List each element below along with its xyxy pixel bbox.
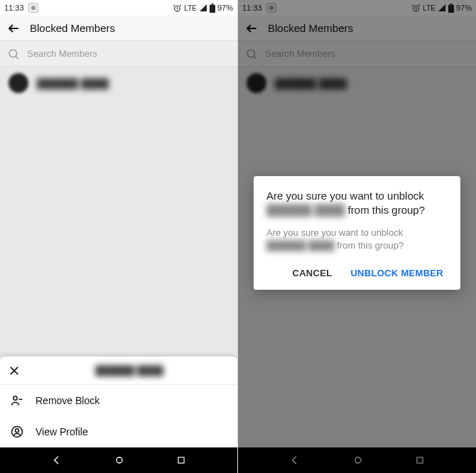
nav-home-icon[interactable] [114, 455, 125, 466]
profile-icon [10, 425, 24, 439]
search-input[interactable]: Search Members [27, 48, 97, 59]
search-row[interactable]: Search Members [0, 41, 237, 67]
dialog-title: Are you sure you want to unblock ██████ … [266, 189, 448, 218]
close-icon[interactable] [9, 365, 20, 376]
status-battery: 97% [217, 4, 233, 12]
view-profile-label: View Profile [36, 426, 88, 437]
back-icon[interactable] [7, 22, 20, 35]
screen-unblock-dialog: 11:33 LTE 97% Blocked Members [238, 0, 476, 473]
unblock-icon [10, 393, 24, 408]
svg-rect-2 [211, 4, 213, 5]
avatar [9, 73, 28, 93]
battery-icon [210, 4, 215, 13]
svg-point-11 [16, 429, 19, 433]
status-bar: 11:33 LTE 97% [0, 0, 237, 16]
status-network: LTE [184, 4, 197, 12]
dialog-body: Are you sure you want to unblock ██████ … [266, 227, 448, 252]
dialog-title-post: from this group? [345, 204, 425, 216]
unblock-dialog: Are you sure you want to unblock ██████ … [254, 176, 460, 290]
view-profile-button[interactable]: View Profile [0, 416, 237, 447]
sheet-title-redacted: ██████ ████ [95, 365, 163, 376]
dialog-body-post: from this group? [335, 240, 404, 251]
cancel-button[interactable]: CANCEL [289, 263, 335, 283]
nav-back-icon[interactable] [51, 455, 63, 466]
dialog-body-name-redacted: ██████ ████ [266, 239, 335, 252]
sheet-header: ██████ ████ [0, 357, 237, 385]
app-header: Blocked Members [0, 16, 237, 41]
search-icon [7, 48, 20, 60]
dialog-body-pre: Are you sure you want to unblock [266, 227, 403, 238]
svg-rect-13 [178, 457, 184, 463]
dialog-title-pre: Are you sure you want to unblock [266, 190, 424, 202]
notification-icon [28, 3, 38, 13]
svg-point-4 [9, 50, 17, 58]
remove-block-button[interactable]: Remove Block [0, 385, 237, 416]
svg-line-5 [16, 56, 18, 59]
nav-recents-icon[interactable] [176, 455, 186, 465]
screen-blocked-members-sheet: 11:33 LTE 97% Blocked [0, 0, 238, 473]
page-title: Blocked Members [30, 22, 115, 34]
bottom-sheet: ██████ ████ Remove Block View Profile [0, 357, 237, 447]
member-name-redacted: ██████ ████ [37, 78, 109, 89]
unblock-member-button[interactable]: UNBLOCK MEMBER [347, 263, 446, 283]
remove-block-label: Remove Block [36, 395, 99, 406]
status-time: 11:33 [4, 4, 24, 12]
svg-point-8 [13, 396, 17, 400]
dialog-title-name-redacted: ██████ ████ [266, 203, 345, 217]
dialog-actions: CANCEL UNBLOCK MEMBER [266, 263, 448, 283]
list-item[interactable]: ██████ ████ [0, 67, 237, 99]
alarm-icon [173, 4, 182, 13]
svg-point-12 [117, 457, 122, 463]
svg-rect-1 [210, 4, 215, 12]
android-nav-bar [0, 447, 237, 473]
signal-icon [199, 4, 207, 12]
